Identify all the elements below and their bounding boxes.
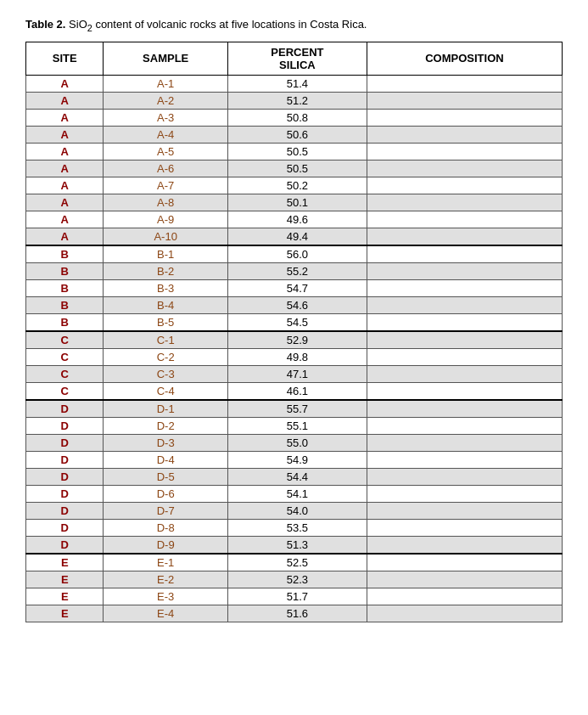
cell-composition xyxy=(367,331,562,349)
cell-sample: E-4 xyxy=(104,605,228,622)
cell-silica: 50.1 xyxy=(227,194,367,211)
cell-site: C xyxy=(26,382,104,400)
cell-silica: 55.7 xyxy=(227,400,367,418)
table-row: DD-454.9 xyxy=(26,451,563,468)
cell-composition xyxy=(367,177,562,194)
cell-sample: A-5 xyxy=(104,143,228,160)
cell-composition xyxy=(367,313,562,331)
cell-composition xyxy=(367,160,562,177)
cell-site: A xyxy=(26,160,104,177)
cell-sample: C-4 xyxy=(104,382,228,400)
table-row: DD-754.0 xyxy=(26,502,563,519)
header-site: SITE xyxy=(26,42,104,75)
cell-sample: A-4 xyxy=(104,126,228,143)
cell-composition xyxy=(367,400,562,418)
table-header-row: SITE SAMPLE PERCENTSILICA COMPOSITION xyxy=(26,42,563,75)
table-row: AA-151.4 xyxy=(26,75,563,92)
cell-silica: 52.5 xyxy=(227,554,367,571)
table-row: CC-249.8 xyxy=(26,348,563,365)
cell-sample: A-7 xyxy=(104,177,228,194)
cell-sample: C-2 xyxy=(104,348,228,365)
caption-text: SiO2 content of volcanic rocks at five l… xyxy=(69,18,367,31)
table-row: AA-550.5 xyxy=(26,143,563,160)
table-label: Table 2. xyxy=(25,18,65,31)
cell-sample: C-1 xyxy=(104,331,228,349)
cell-composition xyxy=(367,605,562,622)
cell-site: B xyxy=(26,245,104,263)
cell-silica: 50.2 xyxy=(227,177,367,194)
table-row: BB-554.5 xyxy=(26,313,563,331)
cell-site: C xyxy=(26,348,104,365)
table-row: EE-252.3 xyxy=(26,571,563,588)
cell-silica: 51.2 xyxy=(227,92,367,109)
cell-site: D xyxy=(26,434,104,451)
cell-silica: 46.1 xyxy=(227,382,367,400)
cell-site: A xyxy=(26,92,104,109)
cell-silica: 52.9 xyxy=(227,331,367,349)
cell-silica: 54.9 xyxy=(227,451,367,468)
cell-composition xyxy=(367,143,562,160)
cell-site: A xyxy=(26,194,104,211)
cell-silica: 50.5 xyxy=(227,160,367,177)
cell-site: D xyxy=(26,485,104,502)
table-row: AA-251.2 xyxy=(26,92,563,109)
cell-sample: D-3 xyxy=(104,434,228,451)
table-row: DD-853.5 xyxy=(26,519,563,536)
cell-silica: 54.0 xyxy=(227,502,367,519)
cell-site: A xyxy=(26,126,104,143)
cell-sample: A-1 xyxy=(104,75,228,92)
table-caption: Table 2. SiO2 content of volcanic rocks … xyxy=(25,17,563,35)
cell-site: C xyxy=(26,331,104,349)
cell-sample: D-9 xyxy=(104,536,228,554)
table-row: DD-654.1 xyxy=(26,485,563,502)
table-row: AA-949.6 xyxy=(26,211,563,228)
cell-site: A xyxy=(26,109,104,126)
cell-sample: D-1 xyxy=(104,400,228,418)
data-table: SITE SAMPLE PERCENTSILICA COMPOSITION AA… xyxy=(25,42,563,622)
cell-composition xyxy=(367,554,562,571)
cell-composition xyxy=(367,382,562,400)
cell-silica: 51.3 xyxy=(227,536,367,554)
cell-composition xyxy=(367,519,562,536)
cell-composition xyxy=(367,228,562,245)
header-silica: PERCENTSILICA xyxy=(227,42,367,75)
cell-site: D xyxy=(26,400,104,418)
cell-silica: 55.2 xyxy=(227,262,367,279)
cell-silica: 53.5 xyxy=(227,519,367,536)
cell-composition xyxy=(367,536,562,554)
table-row: CC-152.9 xyxy=(26,331,563,349)
cell-sample: E-1 xyxy=(104,554,228,571)
cell-site: A xyxy=(26,75,104,92)
cell-composition xyxy=(367,92,562,109)
cell-composition xyxy=(367,245,562,263)
cell-sample: B-1 xyxy=(104,245,228,263)
cell-sample: D-2 xyxy=(104,417,228,434)
cell-composition xyxy=(367,588,562,605)
cell-silica: 51.4 xyxy=(227,75,367,92)
cell-composition xyxy=(367,126,562,143)
cell-composition xyxy=(367,296,562,313)
cell-composition xyxy=(367,571,562,588)
cell-site: D xyxy=(26,536,104,554)
cell-sample: D-7 xyxy=(104,502,228,519)
cell-site: E xyxy=(26,571,104,588)
cell-site: A xyxy=(26,177,104,194)
cell-composition xyxy=(367,194,562,211)
cell-composition xyxy=(367,75,562,92)
cell-site: E xyxy=(26,605,104,622)
cell-site: A xyxy=(26,143,104,160)
table-row: BB-354.7 xyxy=(26,279,563,296)
cell-site: E xyxy=(26,554,104,571)
cell-sample: A-3 xyxy=(104,109,228,126)
cell-site: D xyxy=(26,519,104,536)
cell-composition xyxy=(367,451,562,468)
cell-composition xyxy=(367,434,562,451)
table-row: CC-347.1 xyxy=(26,365,563,382)
cell-sample: A-9 xyxy=(104,211,228,228)
table-row: BB-156.0 xyxy=(26,245,563,263)
table-row: DD-255.1 xyxy=(26,417,563,434)
cell-site: B xyxy=(26,262,104,279)
table-row: AA-350.8 xyxy=(26,109,563,126)
cell-composition xyxy=(367,262,562,279)
cell-site: B xyxy=(26,279,104,296)
